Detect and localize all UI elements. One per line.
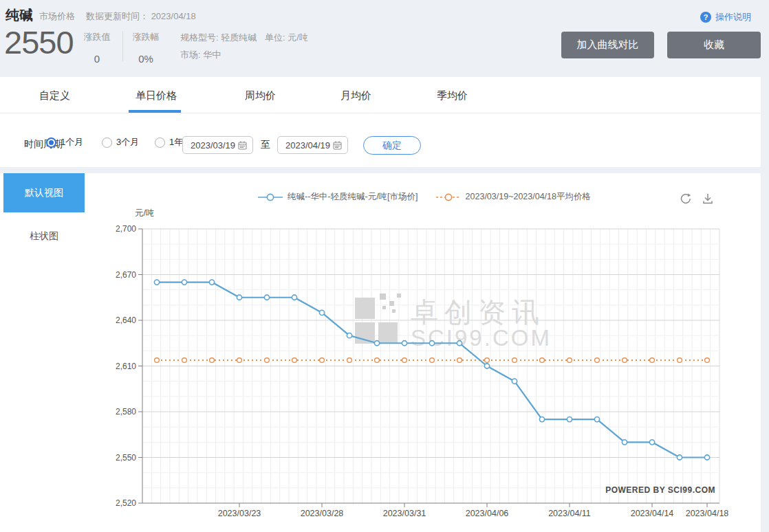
confirm-button[interactable]: 确定 xyxy=(363,136,421,155)
radio-circle-icon xyxy=(155,137,165,148)
tab-custom[interactable]: 自定义 xyxy=(39,89,70,102)
date-to-value: 2023/04/19 xyxy=(285,140,330,151)
data-point-marker[interactable] xyxy=(594,417,599,421)
average-point-marker[interactable] xyxy=(567,358,572,363)
update-time-label: 数据更新时间： xyxy=(86,11,149,21)
chart-grid xyxy=(142,229,719,503)
data-point-marker[interactable] xyxy=(567,417,572,421)
change-label: 涨跌值 xyxy=(78,31,116,43)
spec-unit: 单位: 元/吨 xyxy=(265,32,308,44)
market-price-label: 市场价格 xyxy=(39,10,75,23)
powered-by-text: POWERED BY SCI99.COM xyxy=(605,485,715,495)
question-circle-icon: ? xyxy=(700,12,711,23)
svg-text:2023/04/06: 2023/04/06 xyxy=(466,509,509,518)
svg-text:2,700: 2,700 xyxy=(116,224,136,234)
average-point-marker[interactable] xyxy=(512,358,517,363)
product-title: 纯碱 xyxy=(6,6,33,25)
svg-text:2023/03/23: 2023/03/23 xyxy=(218,509,261,518)
data-point-marker[interactable] xyxy=(209,280,214,285)
data-point-marker[interactable] xyxy=(264,295,269,300)
favorite-button[interactable]: 收藏 xyxy=(667,32,761,58)
svg-text:2023/03/28: 2023/03/28 xyxy=(301,509,344,518)
date-from-input[interactable]: 2023/03/19 xyxy=(182,136,253,154)
average-point-marker[interactable] xyxy=(210,358,215,363)
tabs-panel: 自定义 单日价格 周均价 月均价 季均价 时间周期 1个月 3个月 1年 202… xyxy=(0,77,761,167)
y-axis-labels: 2,5202,5502,5802,6102,6402,6702,700 xyxy=(116,224,142,508)
data-point-marker[interactable] xyxy=(182,280,186,285)
average-point-marker[interactable] xyxy=(595,358,600,363)
svg-text:2,640: 2,640 xyxy=(116,315,136,325)
svg-text:2023/04/18: 2023/04/18 xyxy=(686,509,729,518)
radio-circle-icon xyxy=(102,137,112,148)
data-point-marker[interactable] xyxy=(704,455,709,460)
svg-text:2023/04/11: 2023/04/11 xyxy=(548,509,591,518)
average-point-marker[interactable] xyxy=(678,358,682,363)
svg-text:2,550: 2,550 xyxy=(116,453,136,463)
radio-3-month[interactable]: 3个月 xyxy=(102,136,139,148)
average-price-series xyxy=(155,358,710,363)
average-point-marker[interactable] xyxy=(650,358,655,363)
chart-panel: 默认视图 柱状图 纯碱--华中-轻质纯碱-元/吨[市场价] 2023/03/19… xyxy=(0,173,761,532)
average-point-marker[interactable] xyxy=(705,358,710,363)
data-point-marker[interactable] xyxy=(292,295,296,300)
average-point-marker[interactable] xyxy=(182,358,187,363)
average-point-marker[interactable] xyxy=(292,358,297,363)
average-point-marker[interactable] xyxy=(402,358,407,363)
data-point-marker[interactable] xyxy=(154,280,159,285)
average-point-marker[interactable] xyxy=(237,358,242,363)
average-point-marker[interactable] xyxy=(375,358,380,363)
data-point-marker[interactable] xyxy=(319,310,324,315)
average-point-marker[interactable] xyxy=(155,358,160,363)
spec-model: 规格型号: 轻质纯碱 xyxy=(180,32,257,44)
date-range-to-label: 至 xyxy=(261,139,270,151)
data-point-marker[interactable] xyxy=(347,333,351,338)
tab-weekly-avg[interactable]: 周均价 xyxy=(245,89,276,102)
header-divider xyxy=(122,31,123,61)
tab-quarterly-avg[interactable]: 季均价 xyxy=(437,89,468,102)
data-point-marker[interactable] xyxy=(402,341,407,346)
average-point-marker[interactable] xyxy=(485,358,490,363)
tab-separator xyxy=(0,113,761,113)
radio-1-month-label: 1个月 xyxy=(61,136,83,148)
watermark: 卓创资讯SCI99.COM xyxy=(355,293,552,351)
data-point-marker[interactable] xyxy=(457,341,462,346)
tab-monthly-avg[interactable]: 月均价 xyxy=(340,89,371,102)
average-point-marker[interactable] xyxy=(622,358,627,363)
data-point-marker[interactable] xyxy=(237,295,241,300)
data-point-marker[interactable] xyxy=(677,455,682,460)
data-point-marker[interactable] xyxy=(539,417,544,421)
add-to-curve-compare-button[interactable]: 加入曲线对比 xyxy=(561,32,654,58)
calendar-icon xyxy=(238,141,247,150)
average-point-marker[interactable] xyxy=(430,358,435,363)
update-time: 数据更新时间： 2023/04/18 xyxy=(86,10,196,23)
data-point-marker[interactable] xyxy=(649,440,654,445)
price-line-chart: 卓创资讯SCI99.COM2,5202,5502,5802,6102,6402,… xyxy=(0,173,761,532)
radio-1-month[interactable]: 1个月 xyxy=(46,136,83,148)
average-point-marker[interactable] xyxy=(265,358,270,363)
svg-text:卓创资讯: 卓创资讯 xyxy=(411,297,545,327)
update-time-value: 2023/04/18 xyxy=(151,11,196,21)
average-point-marker[interactable] xyxy=(347,358,352,363)
data-point-marker[interactable] xyxy=(429,341,434,346)
radio-1-year-label: 1年 xyxy=(169,136,183,148)
change-value: 0 xyxy=(78,53,116,65)
change-pct-block: 涨跌幅 0% xyxy=(127,31,165,65)
change-value-block: 涨跌值 0 xyxy=(78,31,116,65)
data-point-marker[interactable] xyxy=(512,379,517,384)
average-point-marker[interactable] xyxy=(320,358,325,363)
date-to-input[interactable]: 2023/04/19 xyxy=(277,136,348,154)
data-point-marker[interactable] xyxy=(484,364,489,368)
data-point-marker[interactable] xyxy=(374,341,379,346)
page: 纯碱 市场价格 数据更新时间： 2023/04/18 ? 操作说明 2550 涨… xyxy=(0,0,769,532)
current-price: 2550 xyxy=(4,25,74,60)
average-point-marker[interactable] xyxy=(457,358,462,363)
radio-1-year[interactable]: 1年 xyxy=(155,136,183,148)
x-axis-labels: 2023/03/232023/03/282023/03/312023/04/06… xyxy=(218,503,729,518)
change-pct-value: 0% xyxy=(127,53,165,65)
average-point-marker[interactable] xyxy=(540,358,545,363)
data-point-marker[interactable] xyxy=(622,440,627,445)
svg-text:SCI99.COM: SCI99.COM xyxy=(411,325,552,351)
help-link[interactable]: ? 操作说明 xyxy=(700,11,751,23)
tab-daily-price[interactable]: 单日价格 xyxy=(136,89,177,102)
svg-text:2023/03/31: 2023/03/31 xyxy=(383,509,426,518)
